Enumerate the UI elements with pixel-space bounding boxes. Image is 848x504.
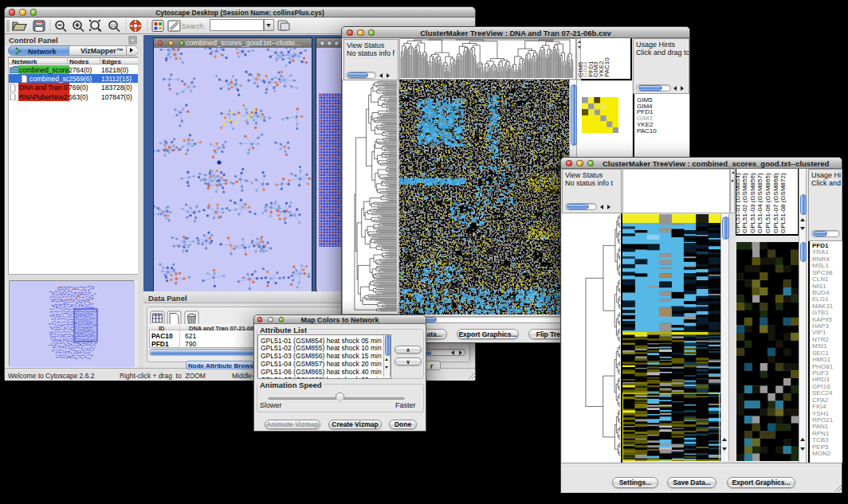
svg-text:1:1: 1:1 [111,24,116,28]
svg-text:Search:: Search: [182,22,205,30]
